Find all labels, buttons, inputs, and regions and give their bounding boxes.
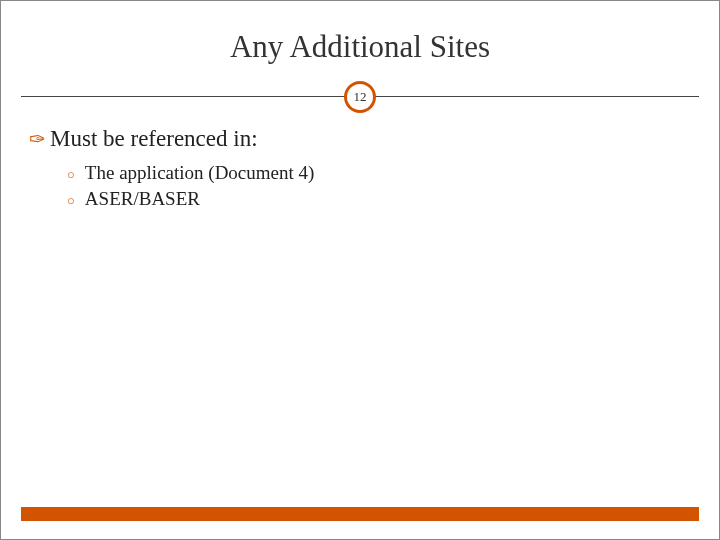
page-number: 12 (354, 89, 367, 105)
slide-title: Any Additional Sites (1, 1, 719, 80)
circle-bullet-icon: ○ (67, 193, 75, 209)
sub-bullet-text: ASER/BASER (85, 188, 200, 210)
sub-bullet-item: ○ The application (Document 4) (67, 162, 691, 184)
main-bullet-text: Must be referenced in: (50, 126, 258, 152)
page-number-badge: 12 (344, 81, 376, 113)
main-bullet-item: ✑ Must be referenced in: (29, 126, 691, 152)
sub-bullet-item: ○ ASER/BASER (67, 188, 691, 210)
circle-bullet-icon: ○ (67, 167, 75, 183)
content-area: ✑ Must be referenced in: ○ The applicati… (29, 126, 691, 214)
slide-container: Any Additional Sites 12 ✑ Must be refere… (0, 0, 720, 540)
bottom-accent-bar (21, 507, 699, 521)
sub-bullet-text: The application (Document 4) (85, 162, 315, 184)
sub-bullet-list: ○ The application (Document 4) ○ ASER/BA… (67, 162, 691, 210)
scribble-bullet-icon: ✑ (29, 127, 46, 151)
